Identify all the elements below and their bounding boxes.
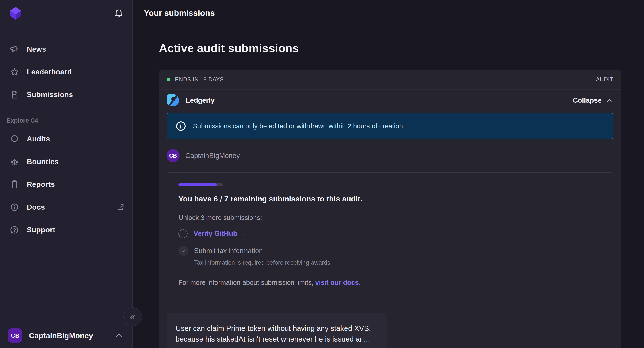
status-dot [166, 78, 170, 81]
topbar: Your submissions [133, 0, 644, 26]
project-name: Ledgerly [186, 96, 214, 104]
task-verify-github: Verify GitHub → [178, 229, 602, 238]
sidebar-section-label: Explore C4 [0, 106, 132, 126]
collapse-card-button[interactable]: Collapse [573, 96, 613, 104]
clipboard-icon [10, 180, 19, 189]
sidebar-item-label: Bounties [27, 158, 59, 166]
sidebar-item-label: Support [27, 226, 55, 234]
verify-github-link[interactable]: Verify GitHub → [194, 230, 246, 238]
sidebar-item-support[interactable]: Support [0, 219, 132, 241]
progress-fill [178, 183, 217, 186]
unchecked-circle-icon [178, 229, 188, 238]
main-content: Your submissions Active audit submission… [133, 0, 644, 348]
docs-line: For more information about submission li… [178, 279, 602, 286]
page-title: Your submissions [144, 8, 215, 18]
content-area: Active audit submissions ENDS IN 19 DAYS… [133, 26, 644, 348]
sidebar-item-label: Reports [27, 180, 55, 189]
sidebar-item-docs[interactable]: Docs [0, 196, 132, 219]
megaphone-icon [10, 44, 19, 54]
author-row: CB CaptainBigMoney [166, 149, 613, 162]
info-circle-icon [10, 203, 19, 212]
submissions-progress-bar [178, 183, 223, 186]
sidebar-item-submissions[interactable]: Submissions [0, 83, 132, 106]
bug-icon [10, 157, 19, 166]
sidebar-item-label: Audits [27, 135, 50, 143]
chevron-up-icon [114, 331, 124, 340]
sidebar-item-label: Submissions [27, 90, 73, 99]
audit-card: ENDS IN 19 DAYS AUDIT [159, 69, 621, 348]
hexagon-icon [10, 134, 19, 144]
section-heading: Active audit submissions [159, 41, 621, 55]
info-icon [176, 121, 186, 131]
audit-ends-label: ENDS IN 19 DAYS [175, 76, 224, 83]
notifications-bell-icon[interactable] [114, 8, 124, 18]
help-bubble-icon [10, 225, 19, 235]
sidebar-item-audits[interactable]: Audits [0, 128, 132, 150]
task-description: Tax information is required before recei… [194, 259, 602, 266]
unlock-text: Unlock 3 more submissions: [178, 214, 602, 221]
info-banner: Submissions can only be edited or withdr… [166, 113, 613, 139]
avatar: CB [166, 149, 180, 162]
app-root: News Leaderboard Submiss [0, 0, 644, 348]
task-label: Submit tax information [194, 247, 263, 255]
submission-limits-box: You have 6 / 7 remaining submissions to … [166, 172, 613, 299]
sidebar-item-label: Leaderboard [27, 68, 72, 76]
sidebar-item-label: Docs [27, 203, 45, 211]
submission-title: User can claim Prime token without havin… [176, 323, 378, 345]
sidebar-item-bounties[interactable]: Bounties [0, 150, 132, 173]
sidebar-collapse-button[interactable]: « [123, 308, 142, 326]
sidebar-nav-main: News Leaderboard Submiss [0, 26, 132, 106]
visit-docs-link[interactable]: visit our docs. [315, 279, 360, 286]
star-icon [10, 67, 19, 77]
external-link-icon [116, 203, 124, 211]
document-icon [10, 90, 19, 99]
banner-text: Submissions can only be edited or withdr… [193, 122, 405, 130]
task-submit-tax: Submit tax information [178, 246, 602, 256]
author-name: CaptainBigMoney [185, 152, 240, 160]
project-logo [166, 94, 180, 107]
audit-type-label: AUDIT [596, 76, 613, 83]
sidebar-item-leaderboard[interactable]: Leaderboard [0, 61, 132, 83]
sidebar-item-label: News [27, 45, 46, 53]
docs-line-prefix: For more information about submission li… [178, 279, 315, 286]
project-row: Ledgerly Collapse [159, 90, 621, 111]
audit-status-row: ENDS IN 19 DAYS AUDIT [159, 69, 621, 90]
sidebar-item-reports[interactable]: Reports [0, 173, 132, 196]
avatar: CB [8, 329, 22, 343]
sidebar-header [0, 0, 132, 26]
sidebar-item-news[interactable]: News [0, 38, 132, 61]
sidebar: News Leaderboard Submiss [0, 0, 133, 348]
sidebar-user-menu[interactable]: CB CaptainBigMoney [0, 323, 132, 348]
sidebar-nav-explore: Audits Bounties [0, 126, 132, 241]
submission-item-card[interactable]: User can claim Prime token without havin… [166, 313, 387, 348]
remaining-submissions-text: You have 6 / 7 remaining submissions to … [178, 195, 602, 203]
checked-circle-icon [178, 246, 188, 256]
chevron-up-icon [606, 97, 613, 104]
c4-cube-logo[interactable] [8, 6, 23, 20]
collapse-label: Collapse [573, 96, 602, 104]
username: CaptainBigMoney [29, 331, 93, 340]
